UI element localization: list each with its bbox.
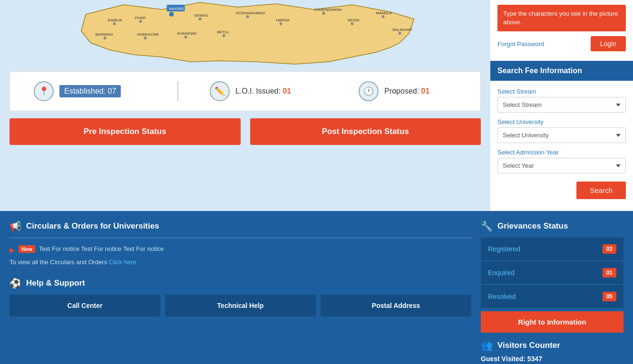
grievance-enquired-label[interactable]: Enquired [488,269,515,277]
svg-text:BALAGHAT: BALAGHAT [393,28,413,32]
search-fee-header: Search Fee Information [490,61,633,81]
view-all-text: To view all the Circulars and Orders Cli… [10,259,471,266]
university-label: Select University [497,118,626,125]
captcha-hint: Type the characters you see in the pictu… [497,5,626,31]
svg-text:MANDLA: MANDLA [376,11,392,15]
stat-proposed-text: Proposed: 01 [384,87,429,96]
inspection-buttons: Pre Inspection Status Post Inspection St… [10,118,481,145]
svg-point-16 [382,15,385,18]
right-sidebar: Type the characters you see in the pictu… [490,0,633,211]
svg-point-18 [399,32,401,35]
help-icon: ⚽ [10,278,21,289]
svg-point-3 [139,20,142,23]
map-container: JHABUA DHAR INDORE DEWAS HOSHANGABAD CHH… [10,0,481,67]
svg-text:KHARGONE: KHARGONE [137,32,159,37]
svg-text:SEONI: SEONI [348,18,360,22]
svg-point-5 [169,12,174,17]
call-center-button[interactable]: Call Center [10,295,160,316]
svg-text:CHHENDWARA: CHHENDWARA [314,8,342,12]
edit-icon: ✏️ [210,81,230,101]
captcha-section: Type the characters you see in the pictu… [490,0,633,61]
svg-point-22 [144,37,147,39]
svg-point-8 [199,18,202,20]
svg-point-24 [185,36,187,38]
visitors-icon: 👥 [481,340,493,351]
help-buttons: Call Center Technical Help Postal Addres… [10,295,471,316]
svg-point-20 [104,37,107,39]
visitors-header: 👥 Visitors Counter [481,340,623,351]
megaphone-icon: 📢 [10,220,21,232]
click-here-link[interactable]: Click here [109,259,136,266]
year-group: Select Admission Year Select Year [497,149,626,173]
grievances-section: Registered 03 Enquired 01 Resolved 05 Ri… [481,238,623,333]
grievances-title: Grievances Status [497,221,568,231]
svg-text:DEWAS: DEWAS [195,13,208,18]
circular-text: Test For notice Test For notice Test For… [39,245,164,252]
grievance-enquired: Enquired 01 [481,261,623,284]
stream-label: Select Stream [497,88,626,95]
circulars-title: Circulars & Orders for Universities [26,221,159,231]
svg-text:DHAR: DHAR [135,16,146,20]
search-button[interactable]: Search [576,182,626,199]
grievance-registered-badge: 03 [603,244,616,254]
stat-loi-text: L.O.I. Issued: 01 [235,87,291,96]
visitors-section: 👥 Visitors Counter Guest Visited: 5347 [481,340,623,363]
forgot-password-link[interactable]: Forgot Password [497,40,544,48]
svg-text:INDORE: INDORE [169,7,184,11]
svg-text:HARDA: HARDA [276,18,290,22]
university-group: Select University Select University [497,118,626,143]
postal-address-button[interactable]: Postal Address [321,295,471,316]
grievance-enquired-badge: 01 [603,268,616,278]
grievance-registered: Registered 03 [481,238,623,260]
svg-point-28 [280,22,282,25]
visitors-title: Visitors Counter [497,341,560,350]
svg-point-10 [246,15,249,18]
search-fee-form: Select Stream Select Stream Select Unive… [490,81,633,211]
grievance-resolved-badge: 05 [603,292,616,301]
grievances-icon: 🔧 [481,220,493,232]
grievance-registered-label[interactable]: Registered [488,245,520,253]
stat-established: 📍 Established: 07 [24,81,178,101]
svg-text:HOSHANGABAD: HOSHANGABAD [236,11,265,15]
rti-button[interactable]: Right to Information [481,311,623,333]
circular-item: ▶ New Test For notice Test For notice Te… [10,245,471,254]
svg-point-1 [113,22,116,25]
svg-text:BETUL: BETUL [217,30,230,34]
stats-bar: 📍 Established: 07 ✏️ L.O.I. Issued: 01 🕐… [10,71,481,111]
technical-help-button[interactable]: Technical Help [165,295,316,316]
svg-point-14 [351,22,354,25]
clock-icon: 🕐 [359,81,379,101]
university-select[interactable]: Select University [497,127,626,143]
post-inspection-button[interactable]: Post Inspection Status [250,118,481,145]
svg-text:BARWANI: BARWANI [96,32,113,37]
stream-group: Select Stream Select Stream [497,88,626,113]
help-support-header: ⚽ Help & Support [10,278,471,289]
stat-loi: ✏️ L.O.I. Issued: 01 [178,81,322,101]
stream-select[interactable]: Select Stream [497,97,626,113]
stat-proposed: 🕐 Proposed: 01 [322,81,466,101]
grievances-header: 🔧 Grievances Status [481,220,623,232]
svg-point-26 [223,34,225,37]
location-icon: 📍 [34,81,54,101]
year-select[interactable]: Select Year [497,158,626,173]
bottom-left: 📢 Circulars & Orders for Universities ▶ … [10,220,471,363]
grievance-resolved: Resolved 05 [481,285,623,308]
bottom-section: 📢 Circulars & Orders for Universities ▶ … [0,211,633,364]
new-badge: New [19,245,35,253]
arrow-right-icon: ▶ [10,246,15,254]
stat-established-text: Established: 07 [59,85,121,97]
year-label: Select Admission Year [497,149,626,156]
grievance-resolved-label[interactable]: Resolved [488,293,516,300]
visitors-count: Guest Visited: 5347 [481,355,623,363]
circulars-header: 📢 Circulars & Orders for Universities [10,220,471,232]
svg-text:KHANDWA: KHANDWA [177,31,197,36]
bottom-right: 🔧 Grievances Status Registered 03 Enquir… [481,220,623,363]
svg-text:JHABUA: JHABUA [107,18,123,22]
help-support-title: Help & Support [26,278,85,288]
svg-point-12 [322,12,325,15]
login-button[interactable]: Login [591,36,626,51]
pre-inspection-button[interactable]: Pre Inspection Status [10,118,241,145]
